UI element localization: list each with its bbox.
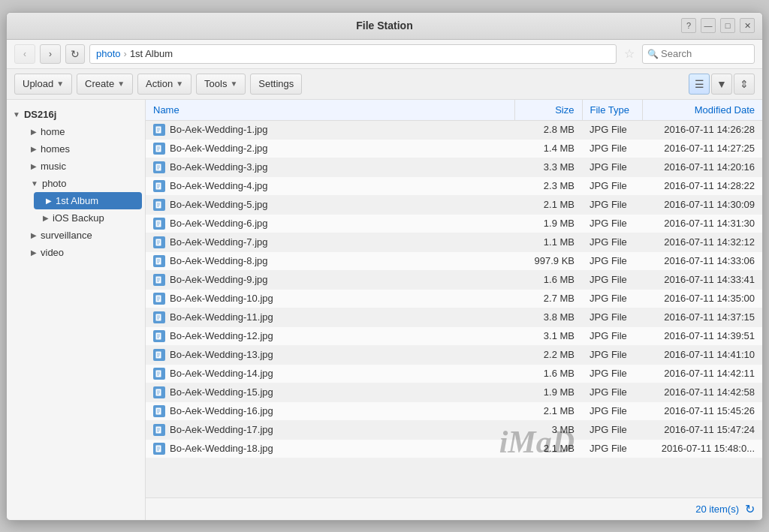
table-row[interactable]: Bo-Aek-Wedding-13.jpg 2.2 MB JPG File 20… [146, 345, 762, 364]
sidebar-item-video[interactable]: ▶ video [19, 244, 145, 261]
album-chevron-icon: ▶ [46, 197, 52, 205]
table-row[interactable]: Bo-Aek-Wedding-3.jpg 3.3 MB JPG File 201… [146, 158, 762, 176]
file-name: Bo-Aek-Wedding-17.jpg [170, 424, 273, 435]
table-row[interactable]: Bo-Aek-Wedding-12.jpg 3.1 MB JPG File 20… [146, 326, 762, 345]
file-name-cell: Bo-Aek-Wedding-7.jpg [146, 233, 514, 251]
file-date-cell: 2016-07-11 15:45:26 [642, 401, 762, 420]
close-button[interactable]: ✕ [740, 18, 755, 33]
file-icon [153, 330, 165, 342]
maximize-button[interactable]: □ [720, 18, 735, 33]
address-path-album: 1st Album [130, 48, 173, 59]
action-button[interactable]: Action ▼ [137, 74, 191, 95]
file-name-cell: Bo-Aek-Wedding-2.jpg [146, 139, 514, 158]
file-date-cell: 2016-07-11 15:48:0... [642, 439, 762, 458]
table-row[interactable]: Bo-Aek-Wedding-2.jpg 1.4 MB JPG File 201… [146, 139, 762, 158]
sidebar-item-surveillance[interactable]: ▶ surveillance [19, 227, 145, 244]
table-row[interactable]: Bo-Aek-Wedding-11.jpg 3.8 MB JPG File 20… [146, 308, 762, 326]
view-dropdown-button[interactable]: ▼ [711, 74, 732, 95]
file-name: Bo-Aek-Wedding-14.jpg [170, 368, 273, 379]
video-chevron-icon: ▶ [31, 248, 37, 257]
table-row[interactable]: Bo-Aek-Wedding-1.jpg 2.8 MB JPG File 201… [146, 120, 762, 139]
file-name-cell: Bo-Aek-Wedding-5.jpg [146, 195, 514, 214]
status-bar: 20 item(s) ↻ [146, 497, 762, 520]
table-row[interactable]: Bo-Aek-Wedding-10.jpg 2.7 MB JPG File 20… [146, 289, 762, 308]
file-name: Bo-Aek-Wedding-15.jpg [170, 386, 273, 398]
settings-button[interactable]: Settings [250, 74, 302, 95]
sidebar-item-ios-backup[interactable]: ▶ iOS Backup [31, 209, 145, 227]
file-icon [153, 349, 165, 361]
sidebar-item-homes[interactable]: ▶ homes [19, 140, 145, 158]
create-arrow-icon: ▼ [117, 80, 125, 88]
file-date-cell: 2016-07-11 14:31:30 [642, 214, 762, 233]
tools-label: Tools [204, 78, 227, 89]
file-type-cell: JPG File [582, 289, 642, 308]
sidebar-item-home-label: home [41, 126, 65, 137]
status-refresh-button[interactable]: ↻ [745, 502, 755, 516]
help-button[interactable]: ? [681, 18, 696, 33]
search-input[interactable] [642, 44, 755, 64]
file-icon [153, 180, 165, 192]
sidebar-item-1st-album[interactable]: ▶ 1st Album [34, 192, 142, 209]
file-type-cell: JPG File [582, 214, 642, 233]
file-size-cell: 2.3 MB [514, 176, 582, 195]
file-name: Bo-Aek-Wedding-1.jpg [170, 124, 268, 135]
file-name: Bo-Aek-Wedding-9.jpg [170, 274, 268, 285]
file-size-cell: 1.9 MB [514, 214, 582, 233]
refresh-button[interactable]: ↻ [65, 44, 85, 64]
col-size[interactable]: Size [514, 100, 582, 121]
table-row[interactable]: Bo-Aek-Wedding-14.jpg 1.6 MB JPG File 20… [146, 364, 762, 383]
file-name-cell: Bo-Aek-Wedding-14.jpg [146, 364, 514, 383]
table-row[interactable]: Bo-Aek-Wedding-9.jpg 1.6 MB JPG File 201… [146, 270, 762, 289]
toolbar-actions: Upload ▼ Create ▼ Action ▼ Tools ▼ Setti… [7, 69, 762, 100]
list-view-button[interactable]: ☰ [689, 74, 710, 95]
file-list-scroll[interactable]: Name Size File Type Modified Date [146, 100, 762, 497]
sidebar-item-music-label: music [41, 161, 66, 172]
file-icon [153, 274, 165, 286]
file-icon [153, 424, 165, 436]
file-icon [153, 293, 165, 305]
window-controls: ? — □ ✕ [681, 18, 755, 33]
sidebar-item-photo[interactable]: ▼ photo [19, 175, 145, 192]
sidebar-item-music[interactable]: ▶ music [19, 158, 145, 175]
col-date[interactable]: Modified Date [642, 100, 762, 121]
file-size-cell: 3.1 MB [514, 326, 582, 345]
file-icon [153, 386, 165, 398]
file-name: Bo-Aek-Wedding-6.jpg [170, 218, 268, 229]
table-row[interactable]: Bo-Aek-Wedding-7.jpg 1.1 MB JPG File 201… [146, 233, 762, 251]
sidebar-item-ios-label: iOS Backup [53, 212, 104, 224]
minimize-button[interactable]: — [701, 18, 716, 33]
back-button[interactable]: ‹ [14, 44, 35, 64]
sidebar-root[interactable]: ▼ DS216j [7, 106, 145, 123]
titlebar: File Station ? — □ ✕ [7, 13, 762, 40]
table-row[interactable]: Bo-Aek-Wedding-6.jpg 1.9 MB JPG File 201… [146, 214, 762, 233]
file-name: Bo-Aek-Wedding-10.jpg [170, 293, 273, 304]
file-date-cell: 2016-07-11 14:20:16 [642, 158, 762, 176]
homes-chevron-icon: ▶ [31, 145, 37, 153]
file-icon [153, 218, 165, 230]
create-button[interactable]: Create ▼ [77, 74, 133, 95]
col-name[interactable]: Name [146, 100, 514, 121]
table-row[interactable]: Bo-Aek-Wedding-15.jpg 1.9 MB JPG File 20… [146, 383, 762, 401]
file-station-window: File Station ? — □ ✕ ‹ › ↻ photo › 1st A… [6, 12, 763, 521]
sort-button[interactable]: ⇕ [734, 74, 755, 95]
table-row[interactable]: Bo-Aek-Wedding-5.jpg 2.1 MB JPG File 201… [146, 195, 762, 214]
tools-arrow-icon: ▼ [230, 80, 237, 88]
col-type[interactable]: File Type [582, 100, 642, 121]
table-row[interactable]: Bo-Aek-Wedding-8.jpg 997.9 KB JPG File 2… [146, 251, 762, 270]
address-path-photo[interactable]: photo [96, 48, 121, 59]
table-row[interactable]: Bo-Aek-Wedding-18.jpg 2.1 MB JPG File 20… [146, 439, 762, 458]
favorite-button[interactable]: ☆ [621, 47, 638, 61]
upload-button[interactable]: Upload ▼ [14, 74, 72, 95]
table-header-row: Name Size File Type Modified Date [146, 100, 762, 121]
sidebar-item-home[interactable]: ▶ home [19, 123, 145, 140]
address-bar[interactable]: photo › 1st Album [89, 44, 617, 64]
forward-button[interactable]: › [40, 44, 61, 64]
table-row[interactable]: Bo-Aek-Wedding-4.jpg 2.3 MB JPG File 201… [146, 176, 762, 195]
table-row[interactable]: Bo-Aek-Wedding-17.jpg 3 MB JPG File 2016… [146, 420, 762, 439]
file-name: Bo-Aek-Wedding-13.jpg [170, 349, 273, 360]
table-row[interactable]: Bo-Aek-Wedding-16.jpg 2.1 MB JPG File 20… [146, 401, 762, 420]
file-name: Bo-Aek-Wedding-16.jpg [170, 405, 273, 416]
file-name-cell: Bo-Aek-Wedding-4.jpg [146, 176, 514, 195]
upload-label: Upload [23, 78, 53, 89]
tools-button[interactable]: Tools ▼ [196, 74, 246, 95]
